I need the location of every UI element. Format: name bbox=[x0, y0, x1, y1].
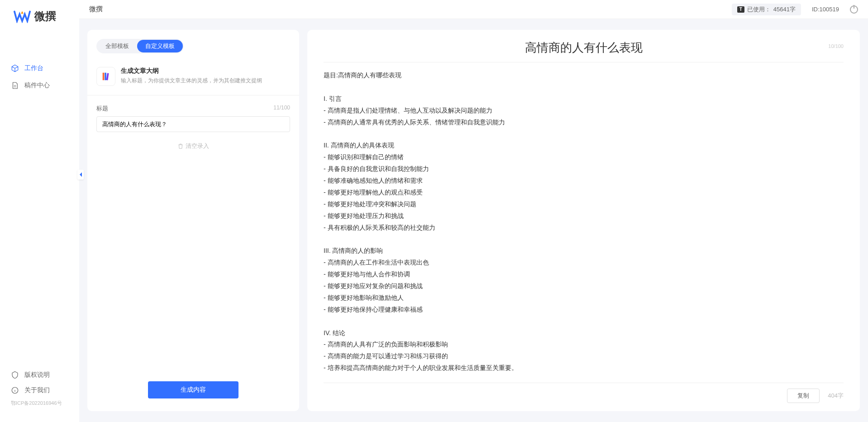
result-body: 题目:高情商的人有哪些表现 I. 引言 - 高情商是指人们处理情绪、与他人互动以… bbox=[324, 62, 844, 374]
nav-about[interactable]: 关于我们 bbox=[0, 383, 79, 398]
nav-label: 版权说明 bbox=[24, 371, 50, 379]
nav-drafts[interactable]: 稿件中心 bbox=[0, 77, 79, 94]
divider bbox=[87, 95, 299, 95]
output-panel: 高情商的人有什么表现 10/100 题目:高情商的人有哪些表现 I. 引言 - … bbox=[307, 30, 860, 411]
template-title: 生成文章大纲 bbox=[121, 67, 262, 75]
svg-rect-3 bbox=[106, 73, 109, 80]
title-label: 标题 bbox=[96, 104, 108, 113]
svg-rect-2 bbox=[105, 73, 106, 81]
usage-badge: T 已使用： 45641字 bbox=[732, 4, 801, 15]
template-desc: 输入标题，为你提供文章主体的灵感，并为其创建推文提纲 bbox=[121, 77, 262, 85]
page-title: 微撰 bbox=[89, 5, 103, 14]
sidebar-collapse-toggle[interactable] bbox=[77, 170, 84, 180]
generate-button[interactable]: 生成内容 bbox=[148, 381, 238, 398]
usage-prefix: 已使用： bbox=[747, 5, 771, 14]
template-tabs: 全部模板 自定义模板 bbox=[96, 39, 184, 53]
title-input[interactable] bbox=[96, 116, 290, 132]
info-icon bbox=[11, 386, 19, 394]
svg-rect-1 bbox=[103, 73, 105, 81]
nav-label: 稿件中心 bbox=[24, 81, 50, 90]
power-icon[interactable] bbox=[850, 5, 858, 14]
user-id: ID:100519 bbox=[812, 6, 839, 13]
template-icon bbox=[96, 67, 115, 86]
template-card: 生成文章大纲 输入标题，为你提供文章主体的灵感，并为其创建推文提纲 bbox=[87, 60, 299, 93]
title-char-count: 11/100 bbox=[273, 104, 290, 113]
icp-text: 鄂ICP备2022016946号 bbox=[0, 398, 79, 408]
logo-icon bbox=[14, 9, 31, 23]
clear-input-button[interactable]: 清空录入 bbox=[96, 142, 290, 150]
trash-icon bbox=[177, 143, 184, 149]
copy-button[interactable]: 复制 bbox=[787, 389, 820, 403]
result-title: 高情商的人有什么表现 bbox=[324, 40, 844, 56]
nav-main: 工作台 稿件中心 bbox=[0, 42, 79, 367]
result-word-count: 404字 bbox=[828, 392, 844, 400]
clear-label: 清空录入 bbox=[186, 142, 209, 150]
nav-label: 关于我们 bbox=[24, 386, 50, 394]
nav-copyright[interactable]: 版权说明 bbox=[0, 367, 79, 383]
logo-text: 微撰 bbox=[34, 9, 56, 24]
tab-all-templates[interactable]: 全部模板 bbox=[97, 40, 137, 52]
cube-icon bbox=[11, 64, 19, 72]
input-panel: 全部模板 自定义模板 bbox=[87, 30, 299, 411]
books-icon bbox=[101, 71, 111, 81]
topbar: 微撰 T 已使用： 45641字 ID:100519 bbox=[79, 0, 868, 19]
logo: 微撰 bbox=[0, 9, 79, 42]
shield-icon bbox=[11, 371, 19, 379]
sidebar-footer: 版权说明 关于我们 鄂ICP备2022016946号 bbox=[0, 367, 79, 413]
document-icon bbox=[11, 81, 19, 90]
sidebar: 微撰 工作台 稿件中心 版权说明 关于我们 鄂ICP备2022016946号 bbox=[0, 0, 79, 422]
nav-workbench[interactable]: 工作台 bbox=[0, 60, 79, 77]
tab-custom-templates[interactable]: 自定义模板 bbox=[137, 40, 183, 52]
text-count-icon: T bbox=[737, 6, 744, 13]
result-counter: 10/100 bbox=[828, 43, 844, 49]
usage-count: 45641字 bbox=[773, 5, 796, 14]
nav-label: 工作台 bbox=[24, 64, 43, 72]
